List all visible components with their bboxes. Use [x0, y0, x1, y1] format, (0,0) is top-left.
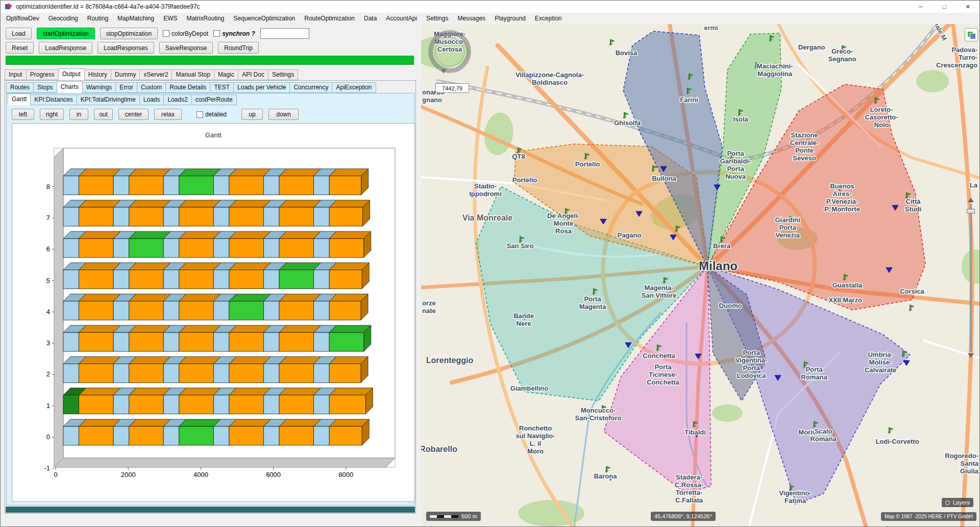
stop-optimization-button[interactable]: stopOptimization [100, 28, 158, 39]
tab-input[interactable]: Input [5, 69, 27, 80]
maximize-button[interactable]: □ [933, 1, 956, 13]
start-optimization-button[interactable]: startOptimization [37, 28, 95, 39]
tab-history[interactable]: History [84, 69, 111, 80]
chart-left-button[interactable]: left [12, 109, 34, 120]
chart-zoom-in-button[interactable]: in [69, 109, 88, 120]
tab-settings[interactable]: Settings [268, 69, 298, 80]
map-canvas[interactable]: Maggiore-Musocco-CertosaDerganoBovisaGre… [421, 24, 980, 527]
zoom-slider-handle[interactable] [967, 209, 975, 213]
svg-text:4: 4 [46, 308, 50, 316]
optimization-text-input[interactable] [260, 28, 309, 39]
menu-item-mapmatching[interactable]: MapMatching [113, 14, 159, 23]
menu-item-exception[interactable]: Exception [530, 14, 567, 23]
tab-api-doc[interactable]: API Doc [238, 69, 268, 80]
chart-up-button[interactable]: up [241, 109, 263, 120]
menu-item-accountapi[interactable]: AccountApi [381, 14, 422, 23]
menu-item-routeoptimization[interactable]: RouteOptimization [300, 14, 359, 23]
menu-item-routing[interactable]: Routing [83, 14, 113, 23]
svg-text:7: 7 [46, 214, 50, 222]
map-label: Brera [713, 242, 731, 250]
chart-zoom-out-button[interactable]: out [94, 109, 113, 120]
subtab-charts[interactable]: Charts [57, 81, 83, 93]
menu-item-ews[interactable]: EWS [159, 14, 182, 23]
output-tabstrip: RoutesStopsChartsWarningsErrorCustomRout… [6, 82, 376, 93]
subtab-loads-per-vehicle[interactable]: Loads per Vehicle [233, 82, 290, 93]
panel-bottom-bar [6, 507, 415, 513]
layers-button[interactable]: Layers [942, 498, 973, 507]
subtab-custom[interactable]: Custom [137, 82, 166, 93]
tab-output[interactable]: Output [58, 68, 85, 80]
subtab-route-details[interactable]: Route Details [165, 82, 210, 93]
chart-controls: left right in out center relax detailed … [12, 109, 299, 120]
map-label: Isola [733, 115, 748, 123]
menu-item-geocoding[interactable]: Geocoding [44, 14, 83, 23]
zoom-slider-track[interactable] [970, 204, 972, 351]
synchron-checkbox[interactable]: synchron ? [213, 30, 255, 37]
load-response-button[interactable]: LoadResponse [39, 42, 92, 54]
minimize-button[interactable]: ─ [909, 1, 933, 13]
map-panel[interactable]: Maggiore-Musocco-CertosaDerganoBovisaGre… [421, 24, 980, 527]
charttab-gantt[interactable]: Gantt [8, 93, 31, 105]
reset-button[interactable]: Reset [6, 42, 34, 54]
app-icon [5, 3, 13, 11]
color-by-depot-checkbox[interactable]: colorByDepot [163, 30, 208, 37]
output-tab-page: RoutesStopsChartsWarningsErrorCustomRout… [5, 80, 416, 514]
map-label: QT8 [512, 153, 525, 160]
menu-item-matrixrouting[interactable]: MatrixRouting [182, 14, 229, 23]
map-label: Portello [512, 176, 537, 184]
subtab-warnings[interactable]: Warnings [82, 82, 116, 93]
tab-progress[interactable]: Progress [26, 69, 59, 80]
compass-pointer-icon [440, 69, 447, 74]
charttab-loads2[interactable]: Loads2 [163, 94, 191, 105]
chart-center-button[interactable]: center [118, 109, 149, 120]
menu-item-optiflowdev[interactable]: OptiflowDev [2, 14, 44, 23]
map-label: Farini [680, 96, 698, 104]
map-label: Lodi-Corvetto [875, 438, 919, 445]
checkbox-box [163, 30, 169, 37]
subtab-test[interactable]: TEST [210, 82, 234, 93]
map-label: Bullona [652, 175, 676, 182]
map-label: Bovisa [616, 49, 638, 57]
charttab-kpi-distances[interactable]: KPI:Distances [30, 94, 77, 105]
zoom-out-icon[interactable] [968, 353, 974, 358]
chart-right-button[interactable]: right [40, 109, 64, 120]
charttab-loads[interactable]: Loads [139, 94, 164, 105]
tab-dummy[interactable]: Dummy [111, 69, 140, 80]
map-label: Stadera-C.Rossa-Torretta-C.Fallata [675, 473, 703, 504]
save-response-button[interactable]: SaveResponse [159, 42, 213, 54]
map-label: Giambellino [510, 385, 548, 392]
load-button[interactable]: Load [6, 28, 32, 39]
map-compass[interactable] [428, 30, 471, 73]
charttab-costperroute[interactable]: costPerRoute [191, 94, 237, 105]
map-label: Pagano [618, 231, 642, 239]
menu-item-sequenceoptimization[interactable]: SequenceOptimization [229, 14, 300, 23]
menu-item-messages[interactable]: Messages [453, 14, 490, 23]
load-responses-button[interactable]: LoadResponses [97, 42, 154, 54]
svg-text:4000: 4000 [193, 471, 208, 478]
svg-text:8000: 8000 [338, 471, 353, 478]
detailed-checkbox[interactable]: detailed [197, 111, 227, 118]
tab-xserver2[interactable]: xServer2 [139, 69, 172, 80]
menu-item-settings[interactable]: Settings [422, 14, 453, 23]
charttab-kpi-totaldrivingtime[interactable]: KPI:TotalDrivingtime [77, 94, 140, 105]
subtab-routes[interactable]: Routes [6, 82, 34, 93]
zoom-slider[interactable] [966, 198, 975, 361]
subtab-concurrency[interactable]: Concurrency [289, 82, 332, 93]
subtab-error[interactable]: Error [115, 82, 137, 93]
zoom-in-icon[interactable] [968, 198, 974, 202]
subtab-stops[interactable]: Stops [33, 82, 57, 93]
subtab-apiexception[interactable]: ApiException [332, 82, 376, 93]
map-label: Barona [594, 472, 618, 480]
close-button[interactable]: ✕ [956, 1, 979, 13]
chart-relax-button[interactable]: relax [154, 109, 182, 120]
left-panel: Load startOptimization stopOptimization … [1, 24, 420, 527]
layers-button-label: Layers [953, 499, 970, 506]
menu-item-playground[interactable]: Playground [490, 14, 530, 23]
app-window: optimizationIdentifier.Id = 8c76084a-c66… [0, 0, 980, 527]
tab-manual-stop[interactable]: Manual Stop [172, 69, 214, 80]
chart-down-button[interactable]: down [268, 109, 299, 120]
tab-magic[interactable]: Magic [214, 69, 238, 80]
menu-item-data[interactable]: Data [359, 14, 381, 23]
mini-layers-button[interactable] [965, 28, 978, 41]
round-trip-button[interactable]: RoundTrip [218, 42, 259, 54]
